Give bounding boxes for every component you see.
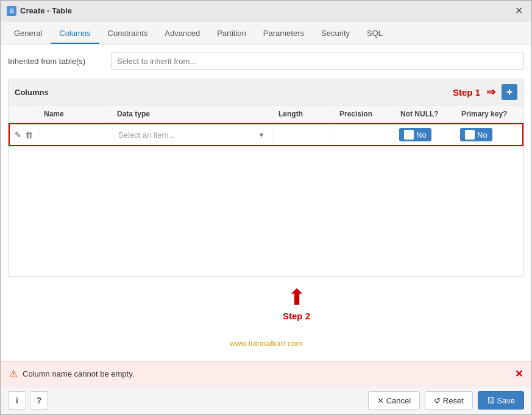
- watermark: www.tutorialkart.com: [8, 326, 524, 354]
- columns-header-right: Step 1 ⇒ +: [453, 84, 517, 100]
- primarykey-cell: No: [455, 124, 522, 145]
- row-actions: ✎ 🗑: [15, 130, 33, 140]
- inherit-label: Inherited from table(s): [8, 57, 105, 66]
- window-title: Create - Table: [20, 6, 72, 15]
- notnull-cell: No: [394, 124, 455, 145]
- th-datatype: Data type: [112, 105, 274, 122]
- notnull-toggle[interactable]: No: [399, 128, 431, 141]
- th-primarykey: Primary key?: [456, 105, 523, 122]
- column-name-input[interactable]: [45, 130, 108, 140]
- columns-table-body: ✎ 🗑 Select an item... ▼: [9, 123, 523, 276]
- help-button[interactable]: ?: [30, 391, 48, 410]
- notnull-toggle-indicator: [404, 130, 414, 140]
- columns-table-header: Name Data type Length Precision Not NULL…: [9, 105, 523, 123]
- tab-security[interactable]: Security: [313, 24, 358, 44]
- tab-parameters[interactable]: Parameters: [255, 24, 313, 44]
- name-cell: [40, 124, 113, 145]
- warning-icon: ⚠: [9, 368, 18, 380]
- columns-header: Columns Step 1 ⇒ +: [9, 79, 523, 105]
- columns-section: Columns Step 1 ⇒ + Name Data type Length…: [8, 79, 524, 277]
- error-close-button[interactable]: ✕: [515, 368, 523, 380]
- footer-left: i ?: [8, 391, 48, 410]
- error-content: ⚠ Column name cannot be empty.: [9, 368, 134, 380]
- columns-title: Columns: [15, 88, 49, 97]
- tab-advanced[interactable]: Advanced: [156, 24, 208, 44]
- arrow-right-icon: ⇒: [486, 85, 495, 99]
- step2-area: ⬆ Step 2: [8, 277, 524, 326]
- tab-sql[interactable]: SQL: [358, 24, 391, 44]
- precision-cell: [333, 124, 394, 145]
- tab-constraints[interactable]: Constraints: [99, 24, 157, 44]
- tab-general[interactable]: General: [5, 24, 51, 44]
- table-row: ✎ 🗑 Select an item... ▼: [9, 123, 523, 146]
- length-input[interactable]: [277, 130, 328, 140]
- title-bar: ⊞ Create - Table ✕: [1, 1, 531, 21]
- content-area: Inherited from table(s) Columns Step 1 ⇒…: [1, 44, 531, 361]
- inherit-input[interactable]: [112, 52, 524, 70]
- close-button[interactable]: ✕: [512, 5, 525, 17]
- step1-label: Step 1: [453, 87, 480, 98]
- notnull-value: No: [416, 130, 427, 140]
- primarykey-value: No: [477, 130, 488, 140]
- datatype-select[interactable]: Select an item...: [118, 130, 267, 140]
- tab-partition[interactable]: Partition: [208, 24, 255, 44]
- arrow-up-icon: ⬆: [288, 286, 306, 308]
- delete-icon[interactable]: 🗑: [25, 130, 33, 140]
- datatype-cell: Select an item... ▼: [113, 124, 272, 145]
- edit-icon[interactable]: ✎: [15, 130, 21, 140]
- info-button[interactable]: i: [8, 391, 26, 410]
- primarykey-toggle-indicator: [465, 130, 475, 140]
- step2-label: Step 2: [283, 311, 310, 321]
- datatype-select-wrapper: Select an item... ▼: [118, 130, 267, 140]
- watermark-text: www.tutorialkart.com: [230, 339, 303, 348]
- error-message: Column name cannot be empty.: [23, 369, 134, 378]
- reset-button[interactable]: ↺ Reset: [425, 391, 473, 410]
- create-table-window: ⊞ Create - Table ✕ General Columns Const…: [0, 0, 532, 415]
- tab-columns[interactable]: Columns: [51, 24, 99, 44]
- th-length: Length: [274, 105, 335, 122]
- tab-bar: General Columns Constraints Advanced Par…: [1, 21, 531, 44]
- row-actions-cell: ✎ 🗑: [10, 124, 40, 145]
- table-icon: ⊞: [7, 6, 16, 16]
- length-cell: [272, 124, 333, 145]
- error-bar: ⚠ Column name cannot be empty. ✕: [1, 361, 531, 386]
- save-button[interactable]: 🖫 Save: [478, 391, 524, 410]
- footer: i ? ✕ Cancel ↺ Reset 🖫 Save: [1, 386, 531, 414]
- th-notnull: Not NULL?: [395, 105, 456, 122]
- title-bar-left: ⊞ Create - Table: [7, 6, 72, 16]
- add-column-button[interactable]: +: [502, 84, 517, 100]
- th-actions: [9, 105, 39, 122]
- footer-right: ✕ Cancel ↺ Reset 🖫 Save: [368, 391, 524, 410]
- th-name: Name: [39, 105, 112, 122]
- cancel-button[interactable]: ✕ Cancel: [368, 391, 420, 410]
- precision-input[interactable]: [338, 130, 389, 140]
- th-precision: Precision: [335, 105, 395, 122]
- inherit-row: Inherited from table(s): [8, 52, 524, 70]
- primarykey-toggle[interactable]: No: [460, 128, 492, 141]
